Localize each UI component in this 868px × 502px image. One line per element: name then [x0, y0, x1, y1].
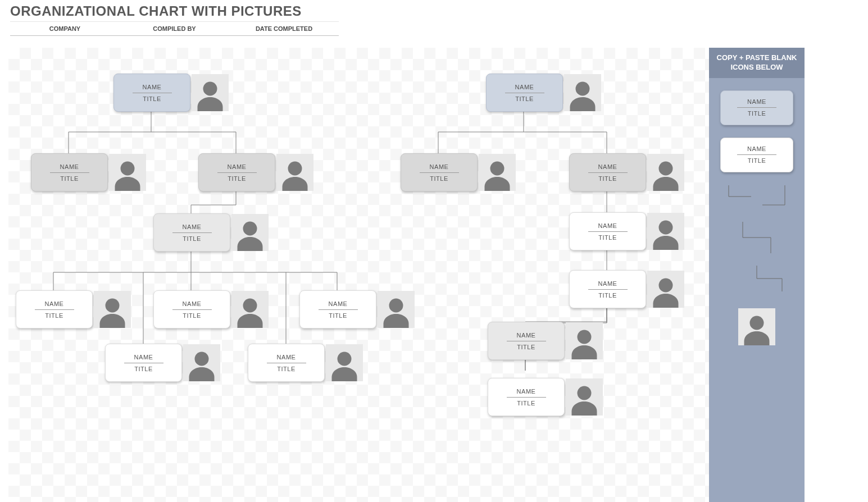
org-node[interactable]: NAMETITLE	[569, 270, 684, 308]
avatar-icon[interactable]	[326, 344, 363, 381]
name[interactable]: NAME	[319, 300, 358, 310]
title[interactable]: TITLE	[598, 234, 616, 241]
avatar-icon[interactable]	[231, 214, 269, 251]
org-node[interactable]: NAMETITLE	[153, 290, 269, 328]
connector-template-icon[interactable]	[726, 182, 788, 211]
avatar-icon[interactable]	[378, 291, 415, 328]
name[interactable]: NAME	[737, 145, 776, 155]
org-node[interactable]: NAMETITLE	[198, 153, 313, 191]
connector-template-icon[interactable]	[726, 264, 788, 293]
avatar-icon[interactable]	[276, 154, 313, 191]
name[interactable]: NAME	[133, 84, 172, 93]
title[interactable]: TITLE	[134, 366, 152, 372]
title[interactable]: TITLE	[748, 157, 766, 164]
org-node[interactable]: NAMETITLE	[153, 213, 269, 252]
name[interactable]: NAME	[50, 163, 89, 173]
title[interactable]: TITLE	[60, 175, 78, 182]
org-node[interactable]: NAMETITLE	[16, 290, 131, 328]
meta-header: COMPANY COMPILED BY DATE COMPLETED	[10, 21, 339, 36]
name[interactable]: NAME	[588, 163, 628, 173]
sidebar: COPY + PASTE BLANK ICONS BELOW NAMETITLE…	[709, 48, 805, 502]
template-card-white[interactable]: NAMETITLE	[709, 138, 805, 172]
avatar-icon[interactable]	[183, 344, 220, 381]
template-card-blue[interactable]: NAMETITLE	[709, 90, 805, 125]
name[interactable]: NAME	[267, 354, 306, 363]
title[interactable]: TITLE	[517, 344, 535, 350]
date-label[interactable]: DATE COMPLETED	[229, 22, 339, 36]
title[interactable]: TITLE	[143, 95, 161, 102]
title[interactable]: TITLE	[228, 175, 246, 182]
org-node[interactable]: NAMETITLE	[569, 212, 684, 250]
title[interactable]: TITLE	[183, 235, 201, 242]
title[interactable]: TITLE	[515, 95, 533, 102]
title[interactable]: TITLE	[430, 175, 448, 182]
avatar-template-icon[interactable]	[738, 308, 775, 345]
name[interactable]: NAME	[507, 332, 546, 341]
org-node[interactable]: NAMETITLE	[486, 74, 601, 112]
title[interactable]: TITLE	[748, 110, 766, 117]
title[interactable]: TITLE	[598, 175, 616, 182]
name[interactable]: NAME	[737, 98, 776, 108]
name[interactable]: NAME	[588, 280, 628, 290]
avatar-icon[interactable]	[564, 74, 601, 111]
org-node[interactable]: NAMETITLE	[31, 153, 146, 191]
org-node[interactable]: NAMETITLE	[488, 378, 603, 416]
name[interactable]: NAME	[505, 84, 544, 93]
org-node[interactable]: NAMETITLE	[299, 290, 415, 328]
org-node[interactable]: NAMETITLE	[488, 322, 603, 360]
avatar-icon[interactable]	[231, 291, 269, 328]
compiled-label[interactable]: COMPILED BY	[120, 22, 229, 36]
name[interactable]: NAME	[124, 354, 163, 363]
avatar-icon[interactable]	[647, 271, 684, 308]
title[interactable]: TITLE	[45, 312, 63, 319]
company-label[interactable]: COMPANY	[10, 22, 120, 36]
connector-template-icon[interactable]	[726, 221, 788, 254]
title[interactable]: TITLE	[517, 400, 535, 407]
chart-canvas: NAMETITLE NAMETITLE NAMETITLE NAMETITLE …	[8, 48, 709, 502]
avatar-icon[interactable]	[192, 74, 229, 111]
title[interactable]: TITLE	[598, 292, 616, 299]
org-node[interactable]: NAMETITLE	[401, 153, 516, 191]
svg-point-31	[750, 316, 764, 330]
org-node[interactable]: NAMETITLE	[105, 344, 220, 382]
name[interactable]: NAME	[588, 222, 628, 232]
name[interactable]: NAME	[35, 300, 74, 310]
page-title: ORGANIZATIONAL CHART WITH PICTURES	[10, 3, 302, 19]
avatar-icon[interactable]	[647, 154, 684, 191]
avatar-icon[interactable]	[566, 378, 603, 416]
avatar-icon[interactable]	[479, 154, 516, 191]
avatar-icon[interactable]	[566, 322, 603, 359]
avatar-icon[interactable]	[109, 154, 146, 191]
title[interactable]: TITLE	[329, 312, 347, 319]
avatar-icon[interactable]	[647, 213, 684, 250]
name[interactable]: NAME	[217, 163, 257, 173]
org-node[interactable]: NAMETITLE	[569, 153, 684, 191]
org-node[interactable]: NAMETITLE	[113, 74, 229, 112]
title[interactable]: TITLE	[277, 366, 295, 372]
name[interactable]: NAME	[507, 388, 546, 398]
title[interactable]: TITLE	[183, 312, 201, 319]
org-node[interactable]: NAMETITLE	[248, 344, 363, 382]
name[interactable]: NAME	[172, 223, 212, 233]
sidebar-heading: COPY + PASTE BLANK ICONS BELOW	[709, 48, 805, 78]
name[interactable]: NAME	[420, 163, 459, 173]
name[interactable]: NAME	[172, 300, 212, 310]
avatar-icon[interactable]	[94, 291, 131, 328]
